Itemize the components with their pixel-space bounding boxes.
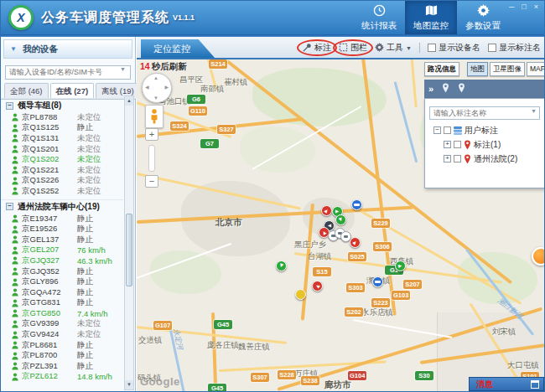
collapse-box-icon[interactable]: − [6,102,13,110]
vehicle-row[interactable]: 京PZL61214.8 km/h [1,372,123,383]
pan-left-icon[interactable]: ◀ [145,84,149,90]
vehicle-row[interactable]: 京PL8788未定位 [1,112,123,123]
vehicle-marker[interactable]: ▲ [335,214,346,225]
search-dropdown-icon[interactable]: ▼ [120,66,126,72]
map-pan-control[interactable]: ▲ ▼ ◀ ▶ [142,73,172,103]
pan-right-icon[interactable]: ▶ [164,84,169,90]
annotate-button[interactable]: 标注 [303,42,331,54]
pan-up-icon[interactable]: ▲ [153,75,158,80]
tree-checkbox[interactable] [454,141,461,148]
vehicle-row[interactable]: 京GEL20776 km/h [1,245,123,256]
tab-location-monitor[interactable]: 定位监控 [141,39,215,58]
vehicle-row[interactable]: 京PL8700静止 [1,350,123,361]
panel-collapse-button[interactable]: » [428,84,433,94]
maptype-tab-1[interactable]: 地图 [467,62,488,76]
tree-toggle-icon[interactable]: − [433,126,441,134]
zoom-in-button[interactable]: + [145,128,158,141]
main-tabbar: 定位监控 标注 围栏 工具 ▼ 显示设备名 [137,37,544,59]
message-bar[interactable]: 消息 [469,377,544,391]
group-header[interactable]: −领导车组(8) [1,98,123,112]
person-icon [12,267,18,276]
maptype-tab-2[interactable]: 卫星图像 [490,62,525,76]
vehicle-marker[interactable]: ▲ [276,260,287,271]
vehicle-row[interactable]: 京GV9424未定位 [1,329,123,340]
vehicle-row[interactable]: 京E19526静止 [1,224,123,235]
vehicle-marker[interactable] [351,199,362,210]
vehicle-status: 未定位 [77,318,101,329]
vehicle-cluster-marker[interactable] [328,228,351,244]
vehicle-row[interactable]: 京GTG831静止 [1,298,123,309]
vehicle-plate: 京Q1S131 [22,133,77,144]
vehicle-row[interactable]: 京GJQ32746.3 km/h [1,255,123,266]
road-number-badge: S228 [278,370,296,379]
vehicle-row[interactable]: 京GEL137静止 [1,235,123,245]
streetview-pegman-icon[interactable] [145,105,164,128]
notification-badge[interactable] [532,247,544,266]
vehicle-row[interactable]: 京GTG8507.4 km/h [1,308,123,319]
pan-down-icon[interactable]: ▼ [153,95,158,101]
vehicle-row[interactable]: 京Q1S226未定位 [1,176,123,187]
vehicle-marker[interactable]: ▲ [321,205,332,216]
device-search-input[interactable] [5,65,131,80]
window-minimize-button[interactable]: ─ [509,3,514,11]
zoom-slider[interactable] [148,145,155,172]
tree-toggle-icon[interactable]: + [444,141,451,148]
tree-toggle-icon[interactable]: + [444,155,451,162]
tree-item-annotation-group-1[interactable]: +通州法院(2) [425,152,544,166]
vehicle-row[interactable]: 京GJQ352静止 [1,266,123,277]
vehicle-row[interactable]: 京PZL391静止 [1,361,123,372]
tree-checkbox[interactable] [454,155,461,162]
vehicle-row[interactable]: 京GQA472静止 [1,287,123,298]
show-device-name-checkbox[interactable]: 显示设备名 [428,42,480,54]
vehicle-list-scrollbar[interactable]: ▲ ▼ [124,95,134,390]
vehicle-row[interactable]: 京Q1S125静止 [1,123,123,134]
scroll-thumb[interactable] [126,214,132,286]
tree-item-annotation-group-0[interactable]: +标注(1) [425,137,544,152]
map-terrain-patch [150,250,221,294]
road-number-badge: G45 [214,320,232,329]
nav-item-reports[interactable]: 统计报表 [353,1,405,34]
tree-checkbox[interactable] [444,126,451,134]
collapse-box-icon[interactable]: − [6,203,13,210]
vehicle-row[interactable]: 京GLY896静止 [1,276,123,287]
nav-item-map-monitor[interactable]: 地图监控 [405,1,457,34]
group-header[interactable]: −通州法院车辆中心(19) [1,199,123,214]
checkbox-icon[interactable] [488,44,496,52]
scroll-up-icon[interactable]: ▲ [125,96,133,106]
scroll-down-icon[interactable]: ▼ [125,380,133,389]
nav-item-settings[interactable]: 参数设置 [457,1,509,34]
zoom-out-button[interactable]: − [145,175,158,188]
maptype-tab-0[interactable]: 路况信息 [424,62,459,76]
search-dropdown-icon[interactable]: ▼ [531,108,537,114]
annotation-search-input[interactable] [429,106,540,120]
vehicle-marker[interactable]: ▲ [312,281,323,291]
person-icon [12,156,18,164]
maptype-tab-3[interactable]: MAPabc [527,62,544,76]
map-canvas[interactable]: 昌平区南邵镇崔村镇马池口镇黑庄户乡台湖镇漷县镇西集镇永乐店镇刘宋镇大口屯镇万庄镇… [137,59,544,391]
vehicle-row[interactable]: 京Q1S221未定位 [1,165,123,176]
vehicle-row[interactable]: 京Q1S201未定位 [1,144,123,155]
vehicle-plate: 京PL8788 [22,112,77,123]
show-marker-name-checkbox[interactable]: 显示标注名 [488,42,541,54]
window-maximize-button[interactable]: □ [522,3,526,11]
tools-button[interactable]: 工具 ▼ [375,42,412,54]
vehicle-row[interactable]: 京GV9399未定位 [1,319,123,330]
vehicle-marker[interactable] [372,276,383,287]
vehicle-plate: 京PL8700 [22,350,77,361]
vehicle-marker[interactable] [295,289,306,300]
sidebar-header[interactable]: ▼ 我的设备 [3,39,132,59]
vehicle-marker[interactable]: ▲ [350,237,361,248]
vehicle-row[interactable]: 京Q1S202未定位 [1,154,123,165]
vehicle-row[interactable]: 京E19347静止 [1,214,123,224]
checkbox-icon[interactable] [428,44,436,52]
tree-item-user-annotations[interactable]: −用户标注 [425,123,544,137]
fence-button[interactable]: 围栏 [339,42,367,54]
vehicle-row[interactable]: 京PL8681静止 [1,340,123,351]
vehicle-marker[interactable]: ▲ [395,260,406,271]
show-marker-name-label: 显示标注名 [499,42,541,54]
person-icon [12,177,18,185]
restore-window-icon[interactable] [531,380,539,389]
window-close-button[interactable]: × [534,3,538,11]
vehicle-row[interactable]: 京Q1S252未定位 [1,186,123,197]
vehicle-row[interactable]: 京Q1S131未定位 [1,133,123,144]
